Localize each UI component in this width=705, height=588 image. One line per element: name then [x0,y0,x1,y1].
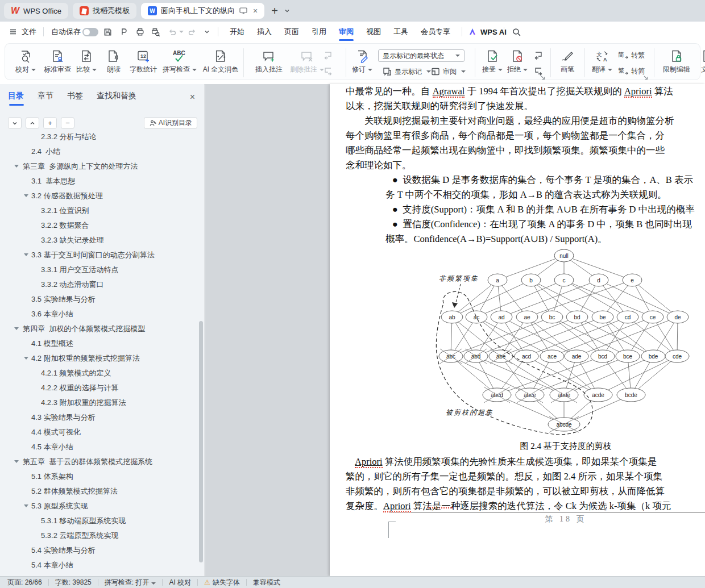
document-permission-button[interactable]: 文档 [700,49,705,73]
word-count-button[interactable]: 12 字数统计 [130,49,157,73]
ai-recognize-toc-button[interactable]: AI识别目录 [144,117,197,129]
tab-docer-templates[interactable]: 找稻壳模板 [73,3,136,19]
collapse-arrow-icon[interactable] [24,504,28,507]
toc-item[interactable]: 3.6 本章小结 [0,307,198,322]
dialog-launcher-icon[interactable] [540,75,546,81]
tab-page[interactable]: 页面 [278,22,305,42]
missing-font-indicator[interactable]: 缺失字体 [213,578,240,587]
export-pdf-icon[interactable] [119,22,128,42]
previous-revision-button[interactable] [533,49,544,61]
autosave-toggle[interactable] [82,22,98,42]
quickbar-chevron-icon[interactable] [204,22,210,42]
toc-item[interactable]: 3.2 传感器数据预处理 [0,189,198,203]
save-icon[interactable] [103,22,113,42]
new-tab-button[interactable]: + [271,5,278,16]
toc-item[interactable]: 4.5 本章小结 [0,440,198,454]
toc-item[interactable]: 5.1 体系架构 [0,469,198,484]
spellcheck-indicator[interactable]: 拼写检查: 打开 [105,578,156,587]
collapse-arrow-icon[interactable] [14,460,19,463]
page-indicator[interactable]: 页面: 26/66 [7,578,42,587]
toc-item[interactable]: 2.3.2 分析与结论 [0,133,198,144]
track-changes-button[interactable]: 修订 [352,49,372,73]
toc-item[interactable]: 5.2 群体频繁模式挖掘算法 [0,484,198,499]
print-icon[interactable] [135,22,145,42]
toc-item[interactable]: 5.3.1 移动端原型系统实现 [0,514,198,528]
toc-item[interactable]: 3.2.1 位置识别 [0,203,198,218]
toc-item[interactable]: 3.3.2 动态滑动窗口 [0,277,198,292]
tab-review[interactable]: 审阅 [333,22,360,42]
collapse-arrow-icon[interactable] [24,357,28,360]
to-simplified-button[interactable]: 繁 转简 [617,65,645,77]
translate-button[interactable]: 文 A 翻译 [592,49,612,73]
toc-item[interactable]: 5.4 实验结果与分析 [0,543,198,558]
zoom-out-button[interactable]: − [61,117,74,129]
accept-revision-button[interactable]: 接受 [482,49,503,73]
collapse-arrow-icon[interactable] [24,253,28,256]
redo-icon[interactable] [188,22,197,42]
tab-close-icon[interactable]: × [253,6,258,15]
collapse-arrow-icon[interactable] [14,165,19,168]
tab-home[interactable]: 开始 [223,22,251,42]
markup-state-dropdown[interactable]: 显示标记的最终状态 [378,49,465,62]
collapse-all-button[interactable] [26,117,39,129]
tab-insert[interactable]: 插入 [251,22,278,42]
ai-proofread-indicator[interactable]: AI 校对 [169,578,191,587]
collapse-arrow-icon[interactable] [14,327,19,330]
print-preview-icon[interactable] [151,22,160,42]
tab-view[interactable]: 视图 [360,22,387,42]
toc-item[interactable]: 第三章 多源纵向上下文的处理方法 [0,159,198,174]
compare-button[interactable]: 比较 [76,49,97,73]
toc-item[interactable]: 3.5 实验结果与分析 [0,292,198,307]
standard-review-button[interactable]: 标准审查 [44,49,71,73]
toc-item[interactable]: 3.3 基于交互时间窗口的动态分割算法 [0,248,198,262]
sidebar-tab-chapters[interactable]: 章节 [38,91,53,106]
toc-item[interactable]: 3.2.2 数据聚合 [0,218,198,233]
word-count-indicator[interactable]: 字数: 39825 [55,578,92,587]
reject-revision-button[interactable]: 拒绝 [507,49,528,73]
wps-ai-button[interactable]: WPS AI [468,22,507,42]
sidebar-scrollbar[interactable] [199,321,203,562]
toc-item[interactable]: 4.2 附加权重的频繁模式挖掘算法 [0,351,198,366]
document-page[interactable]: nullabcdeabacadaebcbdbecdcedeabcabdabeac… [330,84,705,576]
ink-brush-button[interactable]: 画笔 [560,49,575,73]
insert-comment-button[interactable]: 插入批注 [255,49,283,73]
toc-item[interactable]: 5.4 本章小结 [0,558,198,573]
toc-item[interactable]: 3.1 基本思想 [0,174,198,189]
review-pane-button[interactable]: 审阅 [430,65,466,78]
dialog-launcher-icon[interactable] [643,75,649,81]
tab-tools[interactable]: 工具 [387,22,414,42]
read-aloud-button[interactable]: 朗读 [106,49,121,73]
sidebar-tab-bookmarks[interactable]: 书签 [67,91,83,106]
spell-check-button[interactable]: ABC 拼写检查 [163,49,197,73]
collapse-arrow-icon[interactable] [24,194,28,197]
file-menu[interactable]: 文件 [22,22,36,42]
tab-list-chevron-icon[interactable] [284,7,291,14]
sidebar-close-icon[interactable]: × [190,92,195,102]
toc-item[interactable]: 第四章 加权的个体频繁模式挖掘模型 [0,322,198,336]
toc-item[interactable]: 3.3.1 用户交互活动特点 [0,262,198,277]
compatibility-mode-indicator[interactable]: 兼容模式 [253,578,280,587]
tab-wps-office[interactable]: W WPS Office [4,3,68,19]
hamburger-menu-icon[interactable] [9,22,17,42]
ai-polish-button[interactable]: AI 全文润色 [203,49,239,73]
zoom-in-button[interactable]: + [43,117,57,129]
tab-document[interactable]: W 面向手机上下文的纵向多源数 × [141,3,264,19]
restrict-editing-button[interactable]: 限制编辑 [663,49,690,73]
tab-member[interactable]: 会员专享 [414,22,457,42]
undo-icon[interactable] [168,22,184,42]
next-comment-button[interactable] [323,65,333,77]
to-traditional-button[interactable]: 简 转繁 [617,49,645,61]
toc-item[interactable]: 5.3.2 云端原型系统实现 [0,528,198,543]
toc-item[interactable]: 4.4 模式可视化 [0,425,198,440]
toc-item[interactable]: 3.2.3 缺失记录处理 [0,233,198,248]
toc-item[interactable]: 4.2.1 频繁模式的定义 [0,366,198,381]
proofread-button[interactable]: 校对 [15,49,36,73]
toc-item[interactable]: 2.4 小结 [0,144,198,159]
show-markup-button[interactable]: 显示标记 [382,65,431,78]
delete-comment-button[interactable]: 删除批注 [290,49,324,73]
sidebar-tab-find-replace[interactable]: 查找和替换 [97,91,136,106]
toc-item[interactable]: 5.3 原型系统实现 [0,499,198,514]
toc-item[interactable]: 4.2.3 附加权重的挖掘算法 [0,395,198,410]
toc-item[interactable]: 4.1 模型概述 [0,336,198,351]
toc-item[interactable]: 第五章 基于云的群体频繁模式挖掘系统 [0,454,198,469]
